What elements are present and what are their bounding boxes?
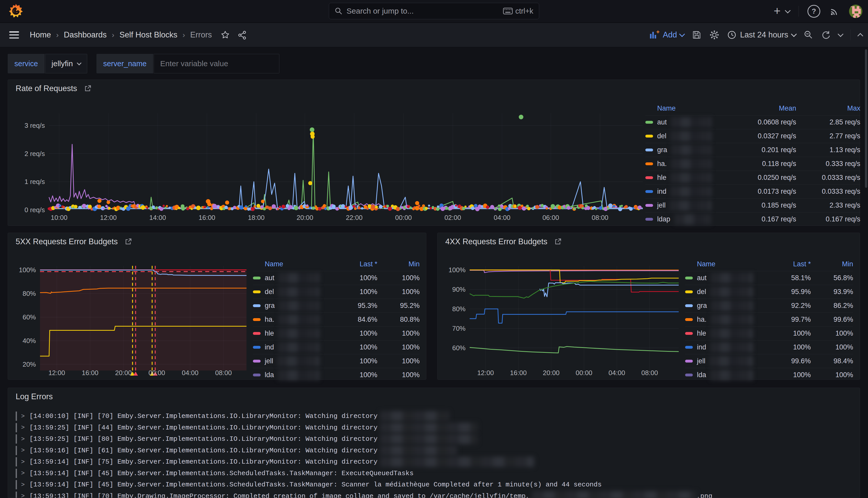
- legend-series-toggle[interactable]: jell: [685, 356, 753, 367]
- variable-service-select[interactable]: jellyfin: [45, 54, 87, 74]
- external-link-icon[interactable]: [554, 238, 562, 246]
- legend-series-toggle[interactable]: lda: [253, 370, 320, 380]
- series-name-prefix: lda: [697, 371, 706, 379]
- search-input[interactable]: Search or jump to... ctrl+k: [329, 3, 539, 19]
- zoom-out-icon[interactable]: [804, 30, 813, 40]
- log-expand-chevron-icon[interactable]: >: [21, 481, 25, 488]
- favorite-star-icon[interactable]: [221, 30, 230, 40]
- refresh-icon[interactable]: [821, 30, 831, 40]
- legend-series-toggle[interactable]: ind: [253, 342, 320, 353]
- legend-series-toggle[interactable]: ha.: [685, 314, 753, 325]
- legend-value-2: 99.6%: [811, 316, 853, 324]
- log-expand-chevron-icon[interactable]: >: [21, 413, 25, 420]
- save-dashboard-icon[interactable]: [692, 30, 702, 40]
- dashboard-settings-gear-icon[interactable]: [709, 30, 720, 40]
- legend-col-v1[interactable]: Mean: [711, 104, 796, 113]
- legend-col-name[interactable]: Name: [265, 260, 283, 268]
- legend-col-v2[interactable]: Min: [811, 260, 853, 268]
- collapse-toolbar-chevron-up-icon[interactable]: [858, 32, 862, 38]
- new-chevron-down-icon[interactable]: [786, 10, 790, 13]
- rate-of-requests-chart[interactable]: 0 req/s1 req/s2 req/s3 req/s10:0012:0014…: [16, 100, 645, 223]
- legend-col-name[interactable]: Name: [657, 104, 676, 113]
- redacted-series-name: [278, 287, 320, 297]
- legend-row: ha.0.118 req/s0.333 req/s: [645, 157, 860, 171]
- log-line[interactable]: >[13:59:14] [INF] [45] Emby.Server.Imple…: [16, 468, 852, 479]
- legend-series-toggle[interactable]: ind: [645, 186, 711, 197]
- log-expand-chevron-icon[interactable]: >: [21, 470, 25, 477]
- legend-series-toggle[interactable]: del: [685, 287, 753, 297]
- legend-series-toggle[interactable]: del: [253, 287, 320, 297]
- panel-title-log-errors[interactable]: Log Errors: [16, 392, 53, 401]
- log-expand-chevron-icon[interactable]: >: [21, 424, 25, 431]
- svg-text:60%: 60%: [23, 313, 36, 321]
- variable-server-name-input[interactable]: Enter variable value: [153, 54, 279, 74]
- variable-server-name-label: server_name: [96, 54, 153, 74]
- time-range-picker[interactable]: Last 24 hours: [727, 30, 796, 40]
- log-line[interactable]: >[13:59:25] [INF] [80] Emby.Server.Imple…: [16, 433, 852, 445]
- scrollbar[interactable]: [865, 49, 867, 188]
- legend-series-toggle[interactable]: hle: [253, 328, 320, 339]
- log-line[interactable]: >[13:59:14] [INF] [75] Emby.Server.Imple…: [16, 456, 852, 468]
- share-icon[interactable]: [238, 30, 247, 40]
- legend-series-toggle[interactable]: gra: [253, 300, 320, 311]
- breadcrumb: Home›Dashboards›Self Host Blocks›Errors: [30, 30, 212, 40]
- log-expand-chevron-icon[interactable]: >: [21, 458, 25, 466]
- breadcrumb-item-self-host-blocks[interactable]: Self Host Blocks: [120, 30, 177, 40]
- refresh-interval-chevron-icon[interactable]: [839, 34, 843, 36]
- legend-col-v2[interactable]: Min: [377, 260, 419, 268]
- legend-series-toggle[interactable]: gra: [685, 300, 753, 311]
- panel-title-rate-of-requests[interactable]: Rate of Requests: [16, 84, 92, 93]
- log-line[interactable]: >[13:59:25] [INF] [44] Emby.Server.Imple…: [16, 422, 852, 434]
- grafana-logo-icon[interactable]: [8, 3, 24, 19]
- log-expand-chevron-icon[interactable]: >: [21, 493, 25, 498]
- breadcrumb-item-home[interactable]: Home: [30, 30, 51, 40]
- news-icon[interactable]: [829, 6, 840, 17]
- panel-title-4xx[interactable]: 4XX Requests Error Budgets: [445, 237, 562, 246]
- legend-series-toggle[interactable]: lda: [685, 370, 753, 380]
- series-name-prefix: jell: [657, 201, 666, 209]
- legend-series-toggle[interactable]: aut: [685, 273, 753, 284]
- legend-value-2: 0.167 req/s: [796, 215, 860, 223]
- budget-5xx-chart[interactable]: 100%80%60%40%20%12:0016:0020:0000:0004:0…: [11, 255, 250, 376]
- help-icon[interactable]: ?: [807, 5, 820, 18]
- log-line[interactable]: >[13:59:16] [INF] [61] Emby.Server.Imple…: [16, 445, 852, 456]
- breadcrumb-item-dashboards[interactable]: Dashboards: [64, 30, 107, 40]
- legend-series-toggle[interactable]: aut: [645, 117, 711, 128]
- legend-col-v1[interactable]: Last *: [320, 260, 377, 268]
- user-avatar[interactable]: [849, 5, 862, 18]
- log-line[interactable]: >[13:59:14] [INF] [45] Emby.Server.Imple…: [16, 479, 852, 490]
- series-color-swatch-icon: [685, 318, 693, 321]
- legend-series-toggle[interactable]: ldap: [645, 214, 711, 225]
- legend-value-2: 86.2%: [811, 302, 853, 310]
- log-expand-chevron-icon[interactable]: >: [21, 436, 25, 443]
- budget-4xx-chart[interactable]: 100%90%80%70%60%12:0016:0020:0000:0004:0…: [440, 255, 683, 376]
- svg-text:12:00: 12:00: [49, 369, 65, 376]
- legend-series-toggle[interactable]: jell: [253, 356, 320, 367]
- log-expand-chevron-icon[interactable]: >: [21, 447, 25, 454]
- legend-row: hle100%100%: [253, 326, 419, 340]
- new-button[interactable]: +: [774, 6, 780, 17]
- external-link-icon[interactable]: [84, 85, 92, 92]
- add-panel-button[interactable]: + Add: [650, 30, 684, 40]
- legend-series-toggle[interactable]: ind: [685, 342, 753, 353]
- legend-col-v2[interactable]: Max: [796, 104, 860, 113]
- legend-col-v1[interactable]: Last *: [753, 260, 811, 268]
- panel-title-5xx[interactable]: 5XX Requests Error Budgets: [16, 237, 132, 246]
- legend-series-toggle[interactable]: ha.: [645, 159, 711, 169]
- menu-toggle-icon[interactable]: [9, 31, 19, 39]
- legend-col-name[interactable]: Name: [697, 260, 716, 268]
- legend-series-toggle[interactable]: del: [645, 131, 711, 142]
- series-name-prefix: ind: [697, 343, 706, 351]
- legend-series-toggle[interactable]: hle: [645, 172, 711, 183]
- legend-series-toggle[interactable]: gra: [645, 145, 711, 156]
- legend-series-toggle[interactable]: ha.: [253, 314, 320, 325]
- log-line[interactable]: >[13:59:13] [INF] [70] Emby.Drawing.Imag…: [16, 490, 852, 498]
- legend-series-toggle[interactable]: hle: [685, 328, 753, 339]
- legend-value-2: 0.333 req/s: [796, 160, 860, 168]
- legend-series-toggle[interactable]: aut: [253, 273, 320, 284]
- log-line[interactable]: >[14:00:10] [INF] [70] Emby.Server.Imple…: [16, 410, 852, 422]
- legend-series-toggle[interactable]: jell: [645, 200, 711, 211]
- legend-value-2: 93.9%: [811, 288, 853, 296]
- external-link-icon[interactable]: [124, 238, 132, 246]
- redacted-series-name: [710, 342, 753, 353]
